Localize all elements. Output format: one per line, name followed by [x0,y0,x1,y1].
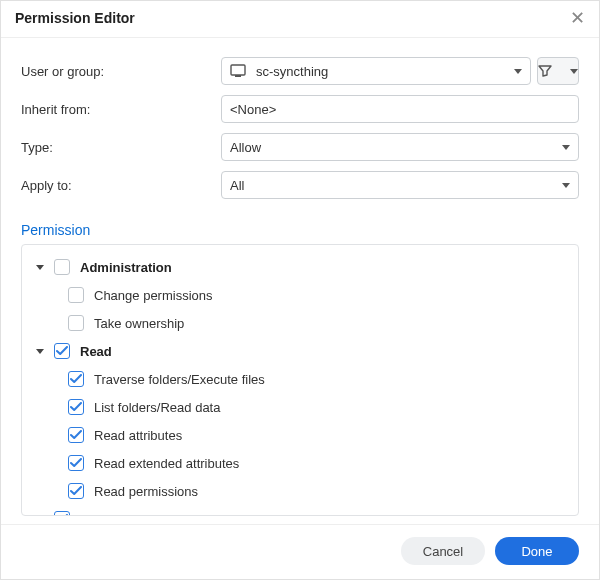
permissions-scroll[interactable]: AdministrationChange permissionsTake own… [22,245,578,515]
perm-item-change-permissions: Change permissions [32,281,568,309]
expand-toggle[interactable] [32,511,48,515]
label-inherit-from: Inherit from: [21,102,221,117]
perm-item-read-extended-attributes: Read extended attributes [32,449,568,477]
perm-label: Read [80,344,112,359]
type-value: Allow [230,140,261,155]
type-select[interactable]: Allow [221,133,579,161]
perm-label: Read extended attributes [94,456,239,471]
perm-group-write: Write [32,505,568,515]
dialog-footer: Cancel Done [1,524,599,579]
done-button[interactable]: Done [495,537,579,565]
checkbox-read-permissions[interactable] [68,483,84,499]
label-apply-to: Apply to: [21,178,221,193]
filter-button[interactable] [537,57,579,85]
expand-toggle[interactable] [32,343,48,359]
perm-label: Read attributes [94,428,182,443]
permission-section-label: Permission [1,218,599,244]
checkbox-take-ownership[interactable] [68,315,84,331]
chevron-down-icon [36,349,44,354]
inherit-from-value: <None> [230,102,276,117]
row-type: Type: Allow [21,132,579,162]
cancel-button[interactable]: Cancel [401,537,485,565]
checkbox-write[interactable] [54,511,70,515]
svg-rect-0 [231,65,245,75]
filter-icon [538,65,552,77]
chevron-down-icon [562,183,570,188]
perm-item-read-permissions: Read permissions [32,477,568,505]
permissions-panel: AdministrationChange permissionsTake own… [21,244,579,516]
perm-label: Traverse folders/Execute files [94,372,265,387]
row-inherit-from: Inherit from: <None> [21,94,579,124]
checkbox-read-extended-attributes[interactable] [68,455,84,471]
perm-item-list-folders-read-data: List folders/Read data [32,393,568,421]
perm-label: Take ownership [94,316,184,331]
svg-rect-1 [235,75,241,77]
user-or-group-value: sc-syncthing [256,64,328,79]
perm-group-read: Read [32,337,568,365]
apply-to-value: All [230,178,244,193]
label-user-or-group: User or group: [21,64,221,79]
chevron-down-icon [514,69,522,74]
perm-label: Administration [80,260,172,275]
system-user-icon [230,64,246,78]
checkbox-read[interactable] [54,343,70,359]
chevron-down-icon [36,265,44,270]
label-type: Type: [21,140,221,155]
perm-item-traverse-folders-execute-files: Traverse folders/Execute files [32,365,568,393]
checkbox-change-permissions[interactable] [68,287,84,303]
inherit-from-field[interactable]: <None> [221,95,579,123]
perm-label: Write [80,512,112,516]
title-bar: Permission Editor ✕ [1,1,599,38]
perm-group-administration: Administration [32,253,568,281]
dialog-title: Permission Editor [15,10,135,26]
user-or-group-select[interactable]: sc-syncthing [221,57,531,85]
checkbox-traverse-folders-execute-files[interactable] [68,371,84,387]
chevron-down-icon [570,69,578,74]
chevron-down-icon [562,145,570,150]
perm-label: Read permissions [94,484,198,499]
apply-to-select[interactable]: All [221,171,579,199]
perm-item-take-ownership: Take ownership [32,309,568,337]
perm-label: Change permissions [94,288,213,303]
form-body: User or group: sc-syncthing [1,38,599,218]
row-apply-to: Apply to: All [21,170,579,200]
row-user-or-group: User or group: sc-syncthing [21,56,579,86]
perm-label: List folders/Read data [94,400,220,415]
perm-item-read-attributes: Read attributes [32,421,568,449]
permission-editor-dialog: Permission Editor ✕ User or group: sc-sy… [0,0,600,580]
close-icon[interactable]: ✕ [570,9,585,27]
checkbox-list-folders-read-data[interactable] [68,399,84,415]
checkbox-administration[interactable] [54,259,70,275]
checkbox-read-attributes[interactable] [68,427,84,443]
expand-toggle[interactable] [32,259,48,275]
